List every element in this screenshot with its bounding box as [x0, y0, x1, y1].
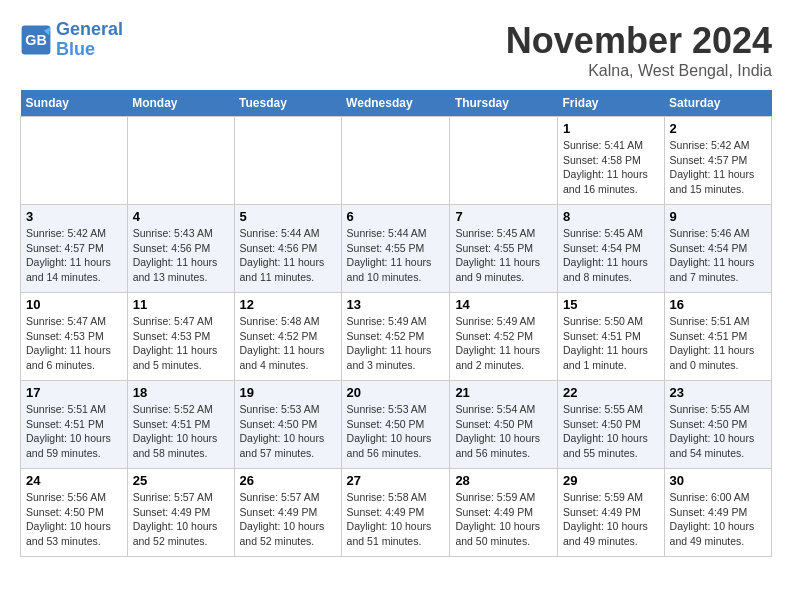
calendar-cell — [127, 117, 234, 205]
calendar-cell: 21Sunrise: 5:54 AM Sunset: 4:50 PM Dayli… — [450, 381, 558, 469]
day-info: Sunrise: 5:52 AM Sunset: 4:51 PM Dayligh… — [133, 402, 229, 461]
day-info: Sunrise: 5:54 AM Sunset: 4:50 PM Dayligh… — [455, 402, 552, 461]
day-number: 12 — [240, 297, 336, 312]
page-header: GB General Blue November 2024 Kalna, Wes… — [20, 20, 772, 80]
day-info: Sunrise: 5:45 AM Sunset: 4:55 PM Dayligh… — [455, 226, 552, 285]
logo-icon: GB — [20, 24, 52, 56]
header-cell-wednesday: Wednesday — [341, 90, 450, 117]
header-cell-saturday: Saturday — [664, 90, 771, 117]
day-info: Sunrise: 5:49 AM Sunset: 4:52 PM Dayligh… — [455, 314, 552, 373]
day-info: Sunrise: 5:55 AM Sunset: 4:50 PM Dayligh… — [563, 402, 659, 461]
calendar-cell: 5Sunrise: 5:44 AM Sunset: 4:56 PM Daylig… — [234, 205, 341, 293]
day-number: 11 — [133, 297, 229, 312]
day-number: 23 — [670, 385, 766, 400]
header-cell-thursday: Thursday — [450, 90, 558, 117]
day-number: 3 — [26, 209, 122, 224]
calendar-cell — [450, 117, 558, 205]
day-info: Sunrise: 5:57 AM Sunset: 4:49 PM Dayligh… — [133, 490, 229, 549]
day-info: Sunrise: 5:44 AM Sunset: 4:55 PM Dayligh… — [347, 226, 445, 285]
day-info: Sunrise: 5:51 AM Sunset: 4:51 PM Dayligh… — [670, 314, 766, 373]
calendar-cell: 6Sunrise: 5:44 AM Sunset: 4:55 PM Daylig… — [341, 205, 450, 293]
day-number: 22 — [563, 385, 659, 400]
day-number: 21 — [455, 385, 552, 400]
calendar-cell: 24Sunrise: 5:56 AM Sunset: 4:50 PM Dayli… — [21, 469, 128, 557]
day-number: 14 — [455, 297, 552, 312]
calendar-cell: 15Sunrise: 5:50 AM Sunset: 4:51 PM Dayli… — [558, 293, 665, 381]
day-info: Sunrise: 5:46 AM Sunset: 4:54 PM Dayligh… — [670, 226, 766, 285]
calendar-cell: 20Sunrise: 5:53 AM Sunset: 4:50 PM Dayli… — [341, 381, 450, 469]
calendar-cell: 4Sunrise: 5:43 AM Sunset: 4:56 PM Daylig… — [127, 205, 234, 293]
calendar-cell: 23Sunrise: 5:55 AM Sunset: 4:50 PM Dayli… — [664, 381, 771, 469]
day-info: Sunrise: 5:47 AM Sunset: 4:53 PM Dayligh… — [133, 314, 229, 373]
header-cell-sunday: Sunday — [21, 90, 128, 117]
calendar-header: SundayMondayTuesdayWednesdayThursdayFrid… — [21, 90, 772, 117]
calendar-table: SundayMondayTuesdayWednesdayThursdayFrid… — [20, 90, 772, 557]
day-number: 20 — [347, 385, 445, 400]
day-info: Sunrise: 5:51 AM Sunset: 4:51 PM Dayligh… — [26, 402, 122, 461]
calendar-cell: 2Sunrise: 5:42 AM Sunset: 4:57 PM Daylig… — [664, 117, 771, 205]
day-number: 15 — [563, 297, 659, 312]
day-info: Sunrise: 5:59 AM Sunset: 4:49 PM Dayligh… — [563, 490, 659, 549]
logo: GB General Blue — [20, 20, 123, 60]
calendar-cell: 17Sunrise: 5:51 AM Sunset: 4:51 PM Dayli… — [21, 381, 128, 469]
calendar-cell: 9Sunrise: 5:46 AM Sunset: 4:54 PM Daylig… — [664, 205, 771, 293]
day-number: 25 — [133, 473, 229, 488]
week-row-1: 3Sunrise: 5:42 AM Sunset: 4:57 PM Daylig… — [21, 205, 772, 293]
calendar-cell: 13Sunrise: 5:49 AM Sunset: 4:52 PM Dayli… — [341, 293, 450, 381]
calendar-cell: 8Sunrise: 5:45 AM Sunset: 4:54 PM Daylig… — [558, 205, 665, 293]
day-info: Sunrise: 5:47 AM Sunset: 4:53 PM Dayligh… — [26, 314, 122, 373]
day-number: 17 — [26, 385, 122, 400]
week-row-2: 10Sunrise: 5:47 AM Sunset: 4:53 PM Dayli… — [21, 293, 772, 381]
calendar-cell: 28Sunrise: 5:59 AM Sunset: 4:49 PM Dayli… — [450, 469, 558, 557]
day-number: 26 — [240, 473, 336, 488]
svg-text:GB: GB — [25, 32, 47, 48]
day-number: 6 — [347, 209, 445, 224]
header-cell-tuesday: Tuesday — [234, 90, 341, 117]
day-number: 27 — [347, 473, 445, 488]
location: Kalna, West Bengal, India — [506, 62, 772, 80]
day-info: Sunrise: 5:53 AM Sunset: 4:50 PM Dayligh… — [347, 402, 445, 461]
day-number: 30 — [670, 473, 766, 488]
day-number: 28 — [455, 473, 552, 488]
day-info: Sunrise: 5:42 AM Sunset: 4:57 PM Dayligh… — [26, 226, 122, 285]
day-info: Sunrise: 5:41 AM Sunset: 4:58 PM Dayligh… — [563, 138, 659, 197]
day-info: Sunrise: 5:56 AM Sunset: 4:50 PM Dayligh… — [26, 490, 122, 549]
day-number: 13 — [347, 297, 445, 312]
month-title: November 2024 — [506, 20, 772, 62]
header-cell-friday: Friday — [558, 90, 665, 117]
day-number: 10 — [26, 297, 122, 312]
title-block: November 2024 Kalna, West Bengal, India — [506, 20, 772, 80]
day-info: Sunrise: 5:42 AM Sunset: 4:57 PM Dayligh… — [670, 138, 766, 197]
calendar-cell: 16Sunrise: 5:51 AM Sunset: 4:51 PM Dayli… — [664, 293, 771, 381]
day-number: 4 — [133, 209, 229, 224]
day-number: 2 — [670, 121, 766, 136]
calendar-cell: 12Sunrise: 5:48 AM Sunset: 4:52 PM Dayli… — [234, 293, 341, 381]
calendar-cell: 27Sunrise: 5:58 AM Sunset: 4:49 PM Dayli… — [341, 469, 450, 557]
week-row-3: 17Sunrise: 5:51 AM Sunset: 4:51 PM Dayli… — [21, 381, 772, 469]
calendar-cell: 22Sunrise: 5:55 AM Sunset: 4:50 PM Dayli… — [558, 381, 665, 469]
day-info: Sunrise: 6:00 AM Sunset: 4:49 PM Dayligh… — [670, 490, 766, 549]
day-info: Sunrise: 5:48 AM Sunset: 4:52 PM Dayligh… — [240, 314, 336, 373]
calendar-cell: 10Sunrise: 5:47 AM Sunset: 4:53 PM Dayli… — [21, 293, 128, 381]
calendar-cell: 29Sunrise: 5:59 AM Sunset: 4:49 PM Dayli… — [558, 469, 665, 557]
calendar-cell — [21, 117, 128, 205]
calendar-cell: 18Sunrise: 5:52 AM Sunset: 4:51 PM Dayli… — [127, 381, 234, 469]
calendar-cell: 19Sunrise: 5:53 AM Sunset: 4:50 PM Dayli… — [234, 381, 341, 469]
calendar-cell: 1Sunrise: 5:41 AM Sunset: 4:58 PM Daylig… — [558, 117, 665, 205]
day-info: Sunrise: 5:53 AM Sunset: 4:50 PM Dayligh… — [240, 402, 336, 461]
calendar-cell: 7Sunrise: 5:45 AM Sunset: 4:55 PM Daylig… — [450, 205, 558, 293]
calendar-cell — [341, 117, 450, 205]
day-info: Sunrise: 5:44 AM Sunset: 4:56 PM Dayligh… — [240, 226, 336, 285]
calendar-cell: 26Sunrise: 5:57 AM Sunset: 4:49 PM Dayli… — [234, 469, 341, 557]
day-number: 7 — [455, 209, 552, 224]
day-info: Sunrise: 5:57 AM Sunset: 4:49 PM Dayligh… — [240, 490, 336, 549]
day-info: Sunrise: 5:45 AM Sunset: 4:54 PM Dayligh… — [563, 226, 659, 285]
day-number: 8 — [563, 209, 659, 224]
day-number: 1 — [563, 121, 659, 136]
calendar-cell: 11Sunrise: 5:47 AM Sunset: 4:53 PM Dayli… — [127, 293, 234, 381]
calendar-cell — [234, 117, 341, 205]
day-number: 18 — [133, 385, 229, 400]
logo-text: General Blue — [56, 20, 123, 60]
calendar-cell: 14Sunrise: 5:49 AM Sunset: 4:52 PM Dayli… — [450, 293, 558, 381]
day-number: 5 — [240, 209, 336, 224]
